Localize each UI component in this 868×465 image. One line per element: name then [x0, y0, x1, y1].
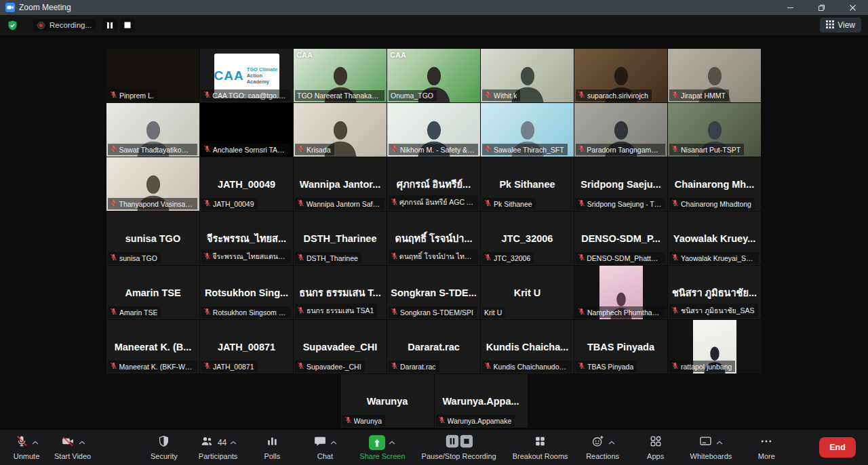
share-options-chevron[interactable] — [389, 441, 395, 445]
participant-tile[interactable]: WarunyaWarunya — [341, 374, 434, 428]
participant-tile[interactable]: Rotsukhon Sing...Rotsukhon Singsom - ... — [200, 266, 293, 319]
participant-tile[interactable]: DSTH_TharineeDSTH_Tharinee — [294, 211, 387, 265]
participant-tile[interactable]: JATH_00049JATH_00049 — [200, 157, 293, 211]
participant-name-label: Rotsukhon Singsom - ... — [201, 306, 291, 318]
participant-tile[interactable]: Sawat Thadtayatikom -... — [106, 103, 199, 157]
start-video-button[interactable]: Start Video — [54, 430, 91, 465]
participant-name-text: Sridpong Saejung - TSE — [587, 200, 662, 208]
participant-tile[interactable]: Paradorn Tangngam_ J... — [574, 103, 667, 157]
muted-mic-icon — [578, 308, 585, 317]
unmute-button[interactable]: Unmute — [8, 430, 45, 465]
participant-name-text: Jirapat HMMT — [681, 92, 726, 100]
participant-tile[interactable]: Songkran S-TDE...Songkran S-TDEM/SPI — [387, 266, 480, 319]
participant-tile[interactable]: Anchalee Sornsri TAP-B — [200, 103, 293, 157]
muted-mic-icon — [391, 198, 397, 207]
participant-tile[interactable]: CAATGO Nareerat Thanakasem — [294, 49, 387, 102]
breakout-rooms-button[interactable]: Breakout Rooms — [513, 430, 568, 465]
whiteboards-options-chevron[interactable] — [716, 441, 723, 445]
participant-name-text: TBAS Pinyada — [587, 363, 633, 371]
participant-tile[interactable]: Kundis Chaicha...Kundis Chaichanudom... — [481, 320, 574, 373]
participant-tile[interactable]: Pinprem L. — [106, 49, 199, 102]
bottom-toolbar: Unmute Start Video — [0, 430, 868, 465]
participant-tile[interactable]: Wannipa Jantor...Wannipa Jantorn Safety — [294, 157, 387, 211]
muted-mic-icon — [671, 362, 679, 371]
participant-tile[interactable]: Nisanart Put-TSPT — [668, 103, 761, 157]
participant-tile[interactable]: Dararat.racDararat.rac — [387, 320, 480, 373]
participant-name-text: Paradorn Tangngam_ J... — [587, 146, 662, 154]
participant-tile[interactable]: JATH_00871JATH_00871 — [200, 320, 293, 373]
participant-tile[interactable]: ดนฤทธิ์ โรจน์ปา...ดนฤทธิ์ โรจน์ปาน ไทยสแ… — [387, 211, 480, 265]
participant-tile[interactable]: ศุภกรณ์ อินทรีย์...ศุภกรณ์ อินทรีย์ AGC … — [387, 157, 480, 211]
pause-recording-button[interactable] — [102, 18, 117, 32]
security-button[interactable]: Security — [146, 430, 182, 465]
participant-tile[interactable]: Jirapat HMMT — [668, 49, 761, 102]
participants-button[interactable]: 44 Participants — [199, 430, 237, 465]
participant-name-label: Onuma_TGO — [389, 90, 437, 101]
reactions-button[interactable]: Reactions — [585, 430, 621, 465]
participant-tile[interactable]: JTC_32006JTC_32006 — [481, 211, 574, 265]
participant-name-text: JATH_00049 — [213, 200, 254, 208]
participant-tile[interactable]: จีระพรรณ_ไทยส...จีระพรรณ_ไทยสแตนเลย์ฯ — [200, 211, 293, 265]
participant-name-text: sunisa TGO — [119, 254, 157, 262]
participant-tile[interactable]: CAATGO ClimateAction AcademyCAA TGO: caa… — [200, 49, 293, 102]
participant-tile[interactable]: Maneerat K. (B...Maneerat K. (BKF-Wor... — [106, 320, 199, 373]
maximize-icon[interactable] — [806, 0, 837, 15]
participant-tile[interactable]: Krit UKrit U — [481, 266, 574, 319]
apps-button[interactable]: Apps — [637, 430, 674, 465]
participant-tile[interactable]: Amarin TSEAmarin TSE — [106, 266, 199, 319]
encryption-shield-icon[interactable] — [7, 20, 18, 31]
participant-tile[interactable]: Pk SithaneePk Sithanee — [481, 157, 574, 211]
participant-tile[interactable]: suparach.sirivirojch — [574, 49, 667, 102]
participant-name-text: Maneerat K. (BKF-Wor... — [119, 363, 194, 371]
participant-tile[interactable]: rattapol junbang — [668, 320, 761, 373]
participant-tile[interactable]: Chainarong Mh...Chainarong Mhadtong — [668, 157, 761, 211]
muted-mic-icon — [110, 362, 117, 371]
security-shield-icon — [157, 434, 170, 451]
breakout-rooms-label: Breakout Rooms — [513, 452, 568, 460]
participant-tile[interactable]: Supavadee_CHISupavadee-_CHI — [294, 320, 387, 373]
whiteboards-button[interactable]: Whiteboards — [690, 430, 732, 465]
participant-name-label: Yaowalak Krueyai_SAS — [669, 252, 759, 264]
participant-tile[interactable]: ธนกร ธรรมเสน T...ธนกร ธรรมเสน TSA1 — [294, 266, 387, 319]
participant-name-label: Warunya — [342, 415, 386, 426]
participant-tile[interactable]: Sridpong Saeju...Sridpong Saejung - TSE — [574, 157, 667, 211]
zoom-meeting-window: Zoom Meeting Recording... — [0, 0, 868, 465]
participant-name-label: ชนิสรา ภูมิธนาชัย_SAS — [669, 304, 758, 318]
participant-tile[interactable]: ชนิสรา ภูมิธนาชัย...ชนิสรา ภูมิธนาชัย_SA… — [668, 266, 761, 319]
participant-tile[interactable]: Nikhom M. - Safety & ... — [387, 103, 480, 157]
participant-tile[interactable]: sunisa TGOsunisa TGO — [106, 211, 199, 265]
chat-button[interactable]: Chat — [307, 430, 343, 465]
participant-name-label: rattapol junbang — [669, 361, 735, 372]
participant-tile[interactable]: CAAOnuma_TGO — [387, 49, 480, 102]
unmute-options-chevron[interactable] — [32, 441, 39, 445]
minimize-icon[interactable] — [774, 0, 806, 15]
view-button[interactable]: View — [820, 18, 861, 33]
pause-stop-recording-button[interactable]: Pause/Stop Recording — [422, 430, 496, 465]
polls-button[interactable]: Polls — [254, 430, 290, 465]
participant-tile[interactable]: Warunya.Appa...Warunya.Appamake — [435, 374, 528, 428]
participant-tile[interactable]: Withit.k — [481, 49, 574, 102]
muted-mic-icon — [484, 145, 492, 154]
participant-tile[interactable]: DENSO-SDM_P...DENSO-SDM_Phattara... — [574, 211, 667, 265]
muted-mic-icon — [578, 199, 585, 208]
participant-tile[interactable]: Thanyapond Vasinsaru... — [106, 157, 199, 211]
end-meeting-button[interactable]: End — [819, 437, 856, 458]
muted-mic-icon — [297, 306, 304, 315]
video-options-chevron[interactable] — [79, 441, 85, 445]
stop-recording-button[interactable] — [120, 18, 135, 32]
recording-dot-icon — [37, 22, 45, 29]
participants-people-icon — [199, 434, 214, 451]
reactions-options-chevron[interactable] — [608, 441, 615, 445]
chat-options-chevron[interactable] — [330, 441, 337, 445]
participants-options-chevron[interactable] — [230, 441, 237, 445]
participant-tile[interactable]: Yaowalak Kruey...Yaowalak Krueyai_SAS — [668, 211, 761, 265]
participant-tile[interactable]: Sawalee Thirach_SFT — [481, 103, 574, 157]
video-gallery: Pinprem L.CAATGO ClimateAction AcademyCA… — [0, 35, 868, 430]
more-button[interactable]: More — [748, 430, 785, 465]
close-icon[interactable] — [837, 0, 868, 15]
chat-bubble-icon — [313, 434, 327, 451]
share-screen-button[interactable]: Share Screen — [359, 430, 405, 465]
participant-tile[interactable]: TBAS PinyadaTBAS Pinyada — [574, 320, 667, 373]
participant-tile[interactable]: Krisada — [294, 103, 387, 157]
participant-tile[interactable]: Namphech Phumthan... — [574, 266, 667, 319]
